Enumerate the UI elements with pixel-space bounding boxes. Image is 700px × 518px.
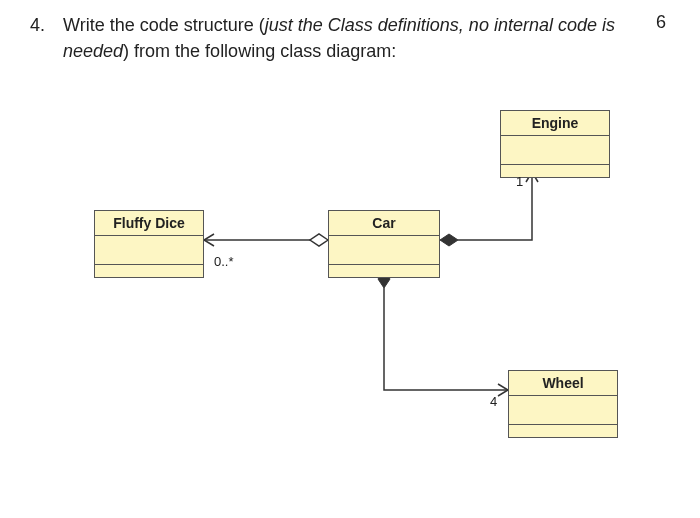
- question-text: 4. Write the code structure (just the Cl…: [30, 12, 670, 64]
- mult-engine: 1: [516, 174, 523, 189]
- mult-fluffy-dice: 0..*: [214, 254, 234, 269]
- question-suffix: ) from the following class diagram:: [123, 41, 396, 61]
- class-car-name: Car: [329, 211, 439, 236]
- svg-marker-2: [440, 234, 458, 246]
- class-car-ops: [329, 265, 439, 277]
- class-engine: Engine: [500, 110, 610, 178]
- class-engine-attrs: [501, 136, 609, 165]
- question-score: 6: [656, 12, 666, 33]
- class-wheel: Wheel: [508, 370, 618, 438]
- class-fluffy-dice-name: Fluffy Dice: [95, 211, 203, 236]
- class-car: Car: [328, 210, 440, 278]
- question-body: Write the code structure (just the Class…: [63, 12, 623, 64]
- class-wheel-ops: [509, 425, 617, 437]
- class-fluffy-dice-ops: [95, 265, 203, 277]
- question-prefix: Write the code structure (: [63, 15, 265, 35]
- mult-wheel: 4: [490, 394, 497, 409]
- class-fluffy-dice-attrs: [95, 236, 203, 265]
- class-car-attrs: [329, 236, 439, 265]
- question-number: 4.: [30, 12, 58, 38]
- class-fluffy-dice: Fluffy Dice: [94, 210, 204, 278]
- edge-car-fluffydice: [204, 234, 328, 246]
- edge-car-wheel: [378, 270, 508, 396]
- svg-marker-1: [310, 234, 328, 246]
- class-wheel-attrs: [509, 396, 617, 425]
- class-engine-name: Engine: [501, 111, 609, 136]
- edge-car-engine: [440, 172, 538, 246]
- uml-diagram: Engine Fluffy Dice Car Wheel 0..* 1 4: [0, 90, 700, 510]
- class-wheel-name: Wheel: [509, 371, 617, 396]
